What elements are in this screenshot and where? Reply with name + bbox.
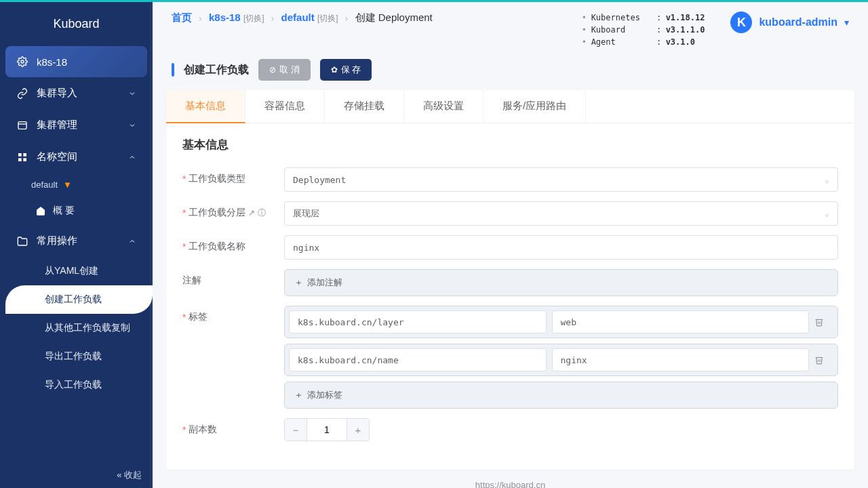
add-annotation-button[interactable]: ＋ 添加注解 (284, 269, 838, 296)
nav-import-label: 集群导入 (37, 87, 77, 100)
kuboard-version: v3.1.1.0 (666, 24, 705, 36)
folder-icon (16, 235, 28, 247)
tag-key-input[interactable] (289, 348, 547, 371)
workload-layer-value: 展现层 (293, 207, 319, 220)
chevron-down-icon (128, 89, 136, 98)
tag-row (284, 306, 838, 338)
svg-rect-1 (18, 121, 26, 129)
footer-link[interactable]: https://kuboard.cn (475, 480, 545, 488)
home-icon (35, 205, 46, 216)
chevron-down-icon: ⌄ (825, 209, 829, 218)
tag-value-input[interactable] (552, 310, 810, 333)
chevron-down-icon (128, 121, 136, 129)
crumb-cluster-text: k8s-18 (209, 12, 241, 23)
nav-manage-label: 集群管理 (37, 119, 77, 131)
increment-button[interactable]: + (347, 419, 369, 441)
brand-logo[interactable]: Kuboard (0, 2, 153, 46)
gear-icon (16, 56, 28, 68)
switch-cluster[interactable]: [切换] (243, 14, 264, 23)
cancel-button[interactable]: ⊘取 消 (258, 59, 311, 81)
label-annotations: 注解 (182, 274, 201, 287)
label-workload-layer: 工作负载分层 (189, 207, 245, 219)
workload-name-input[interactable] (284, 235, 838, 260)
svg-rect-3 (18, 153, 22, 157)
sub-export-workload[interactable]: 导出工作负载 (5, 342, 147, 371)
namespace-value: default (31, 180, 58, 190)
nav-cluster-label: k8s-18 (37, 56, 67, 68)
k8s-label: Kubernetes (591, 12, 652, 24)
svg-rect-4 (23, 153, 26, 157)
add-tag-button[interactable]: ＋ 添加标签 (284, 382, 838, 409)
decrement-button[interactable]: − (285, 419, 307, 441)
tab-storage[interactable]: 存储挂载 (325, 90, 404, 123)
replicas-stepper: − + (284, 418, 370, 441)
sub-create-workload[interactable]: 创建工作负载 (5, 285, 153, 314)
nav-summary-label: 概 要 (53, 205, 75, 217)
crumb-current: 创建 Deployment (355, 12, 433, 24)
crumb-cluster[interactable]: k8s-18 [切换] (209, 12, 264, 24)
help-icon[interactable]: ⓘ (258, 207, 266, 219)
tab-container[interactable]: 容器信息 (245, 90, 325, 123)
nav-cluster-manage[interactable]: 集群管理 (5, 109, 147, 141)
agent-label: Agent (591, 36, 652, 48)
version-info: •Kubernetes:v1.18.12 •Kuboard:v3.1.1.0 •… (582, 12, 705, 48)
delete-tag-button[interactable] (814, 355, 833, 365)
workload-type-value: Deployment (293, 175, 346, 185)
tag-key-input[interactable] (289, 310, 547, 333)
chevron-right-icon: › (345, 12, 349, 24)
nav-summary[interactable]: 概 要 (5, 197, 147, 225)
tab-service[interactable]: 服务/应用路由 (484, 90, 586, 123)
workload-layer-select[interactable]: 展现层 ⌄ (284, 201, 838, 226)
add-tag-label: 添加标签 (307, 389, 342, 401)
chevron-up-icon (128, 237, 136, 245)
namespace-selector[interactable]: default ▼ (5, 173, 147, 197)
nav-namespace[interactable]: 名称空间 (5, 141, 147, 173)
crumb-ns-text: default (281, 12, 315, 23)
replicas-input[interactable] (307, 419, 347, 441)
sub-import-workload[interactable]: 导入工作负载 (5, 371, 147, 399)
k8s-version: v1.18.12 (666, 12, 705, 24)
label-workload-type: 工作负载类型 (189, 173, 245, 185)
chevron-up-icon (128, 153, 136, 161)
tag-value-input[interactable] (552, 348, 810, 371)
check-icon: ✿ (331, 65, 338, 75)
label-replicas: 副本数 (189, 424, 217, 436)
chevron-right-icon: › (199, 12, 202, 24)
page-title: 创建工作负载 (184, 63, 249, 77)
cancel-label: 取 消 (279, 64, 300, 76)
nav-cluster-import[interactable]: 集群导入 (5, 77, 147, 109)
caret-down-icon: ▾ (844, 17, 849, 28)
main-content: 首页 › k8s-18 [切换] › default [切换] › 创建 Dep… (153, 0, 868, 488)
chevron-down-icon: ⌄ (825, 175, 829, 184)
tab-advanced[interactable]: 高级设置 (404, 90, 484, 123)
crumb-home[interactable]: 首页 (172, 12, 192, 24)
add-annotation-label: 添加注解 (307, 277, 342, 289)
agent-version: v3.1.0 (666, 36, 695, 48)
grid-icon (16, 151, 28, 163)
section-title: 基本信息 (182, 137, 838, 152)
workload-type-select[interactable]: Deployment ⌄ (284, 167, 838, 192)
nav-common-ops[interactable]: 常用操作 (5, 225, 147, 257)
save-label: 保 存 (341, 64, 361, 76)
save-button[interactable]: ✿保 存 (320, 59, 372, 81)
link-icon (16, 87, 28, 100)
user-name: kuboard-admin (759, 16, 837, 28)
plus-icon: ＋ (294, 277, 303, 289)
user-menu[interactable]: K kuboard-admin ▾ (730, 12, 849, 33)
nav-common-ops-label: 常用操作 (37, 235, 77, 247)
label-workload-name: 工作负载名称 (189, 241, 245, 253)
sidebar-collapse[interactable]: « 收起 (0, 462, 153, 488)
window-icon (16, 119, 28, 131)
crumb-namespace[interactable]: default [切换] (281, 12, 338, 24)
tabs: 基本信息 容器信息 存储挂载 高级设置 服务/应用路由 (166, 90, 854, 123)
sub-yaml-create[interactable]: 从YAML创建 (5, 257, 147, 285)
breadcrumb: 首页 › k8s-18 [切换] › default [切换] › 创建 Dep… (172, 12, 433, 24)
switch-namespace[interactable]: [切换] (317, 14, 338, 23)
avatar: K (730, 12, 752, 33)
svg-rect-5 (18, 158, 22, 161)
delete-tag-button[interactable] (814, 317, 833, 327)
sub-copy-workload[interactable]: 从其他工作负载复制 (5, 314, 147, 342)
tab-basic[interactable]: 基本信息 (166, 90, 245, 123)
nav-cluster-active[interactable]: k8s-18 (5, 46, 147, 77)
external-link-icon[interactable]: ↗ (248, 208, 255, 218)
